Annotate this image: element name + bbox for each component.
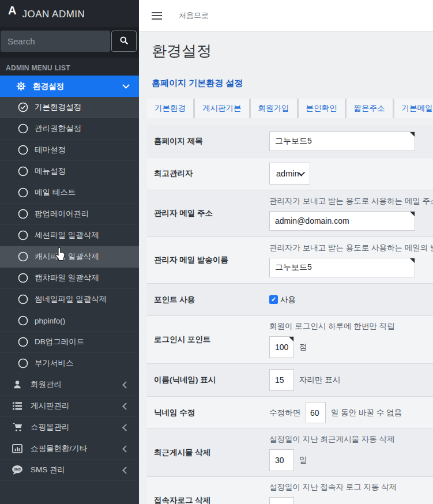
sidebar-subitem[interactable]: 관리권한설정 xyxy=(0,118,139,140)
field-label: 포인트 사용 xyxy=(147,284,269,315)
cart-icon xyxy=(12,422,23,432)
hamburger-icon[interactable] xyxy=(152,12,162,20)
sidebar-item[interactable]: 게시판관리 xyxy=(0,396,139,417)
sidebar-main-menu: 회원관리게시판관리쇼핑몰관리쇼핑몰현황/기타SMSSMS 관리 xyxy=(0,374,139,481)
sidebar-subitem-label: 부가서비스 xyxy=(35,358,74,368)
sidebar-item[interactable]: 쇼핑몰관리 xyxy=(0,417,139,438)
circle-icon xyxy=(18,209,28,219)
admin-email-name-row: 관리자 메일 발송이름관리자가 보내고 받는 용도로 사용하는 메일의 발송이름 xyxy=(147,237,433,284)
name-display-row: 이름(닉네임) 표시자리만 표시 xyxy=(147,364,433,397)
circle-icon xyxy=(18,145,28,155)
circle-icon xyxy=(18,123,28,134)
field-label: 최고관리자 xyxy=(147,157,269,190)
chevron-left-icon xyxy=(122,403,130,410)
tab-2[interactable]: 게시판기본 xyxy=(195,99,249,118)
search-button[interactable] xyxy=(111,31,137,52)
sidebar-subitem[interactable]: 기본환경설정 xyxy=(0,97,139,118)
sidebar-subitem-label: 기본환경설정 xyxy=(35,102,81,112)
circle-icon xyxy=(18,294,28,304)
gear-icon xyxy=(16,81,26,91)
tab-1[interactable]: 기본환경 xyxy=(147,99,193,118)
admin-email-input[interactable] xyxy=(269,211,415,231)
menu-section-label: ADMIN MENU LIST xyxy=(0,58,139,76)
sidebar-subitem-label: phpinfo() xyxy=(35,317,65,325)
circle-icon xyxy=(18,251,28,262)
chevron-left-icon xyxy=(122,424,130,431)
tab-3[interactable]: 회원가입 xyxy=(251,99,297,118)
sidebar-subitem[interactable]: DB업그레이드 xyxy=(0,332,139,353)
field-description: 관리자가 보내고 받는 용도로 사용하는 메일의 발송이름 xyxy=(269,243,433,253)
recent-post-delete-input[interactable] xyxy=(269,449,294,471)
sidebar-subitem-label: 캡챠파일 일괄삭제 xyxy=(35,273,99,283)
app-logo[interactable]: A JOAN ADMIN xyxy=(0,0,139,27)
sidebar-subitem-label: 관리권한설정 xyxy=(35,123,81,134)
page-body: 환경설정 홈페이지 기본환경 설정 기본환경게시판기본회원가입본인확인짧은주소기… xyxy=(139,32,433,504)
sidebar-subitem-label: 팝업레이어관리 xyxy=(35,209,89,219)
login-point-row: 로그인시 포인트회원이 로그인시 하루에 한번만 적립점 xyxy=(147,316,433,364)
field-label: 로그인시 포인트 xyxy=(147,316,269,363)
sidebar-subitem[interactable]: 썸네일파일 일괄삭제 xyxy=(0,289,139,310)
sidebar-subitem[interactable]: 메일 테스트 xyxy=(0,182,139,204)
nick-modify-input[interactable] xyxy=(306,402,326,423)
super-admin-select[interactable]: admin xyxy=(269,163,310,185)
admin-email-row: 관리자 메일 주소관리자가 보내고 받는 용도로 사용하는 메일 주소를 입력합… xyxy=(147,190,433,237)
sidebar-subitem[interactable]: 부가서비스 xyxy=(0,353,139,374)
check-circle-icon xyxy=(18,102,28,112)
tab-4[interactable]: 본인확인 xyxy=(299,99,345,118)
sidebar-submenu: 기본환경설정관리권한설정테마설정메뉴설정메일 테스트팝업레이어관리세션파일 일괄… xyxy=(0,97,139,374)
field-label: 관리자 메일 발송이름 xyxy=(147,237,269,283)
sidebar-subitem-label: 세션파일 일괄삭제 xyxy=(35,230,99,240)
topbar: 처음으로 xyxy=(139,0,433,32)
use-point-checkbox[interactable] xyxy=(269,295,278,304)
field-suffix: 점 xyxy=(299,342,307,352)
circle-icon xyxy=(18,187,28,198)
search-icon xyxy=(119,36,129,47)
bar-chart-icon xyxy=(12,444,23,453)
section-title: 홈페이지 기본환경 설정 xyxy=(152,77,433,89)
sidebar-subitem[interactable]: 캡챠파일 일괄삭제 xyxy=(0,268,139,289)
circle-icon xyxy=(18,166,28,176)
logo-letter: A xyxy=(8,5,16,16)
visitor-log-delete-row: 접속자로그 삭제설정일이 지난 접속자 로그 자동 삭제일 xyxy=(147,477,433,504)
chevron-down-icon xyxy=(122,81,130,89)
login-point-input[interactable] xyxy=(269,336,294,358)
sidebar-item-label: 환경설정 xyxy=(33,81,64,92)
field-label: 홈페이지 제목 xyxy=(147,125,269,157)
sidebar-item-config[interactable]: 환경설정 xyxy=(0,76,139,97)
field-description: 관리자가 보내고 받는 용도로 사용하는 메일 주소를 입력합니다 xyxy=(269,196,433,206)
circle-icon xyxy=(18,315,28,326)
user-icon xyxy=(12,379,23,390)
sidebar-subitem-label: 캐시파일 일괄삭제 xyxy=(35,251,99,262)
sidebar-subitem[interactable]: phpinfo() xyxy=(0,310,139,332)
sidebar-subitem[interactable]: 메뉴설정 xyxy=(0,161,139,182)
sidebar-subitem[interactable]: 캐시파일 일괄삭제 xyxy=(0,246,139,268)
field-label: 접속자로그 삭제 xyxy=(147,477,269,504)
chevron-left-icon xyxy=(122,381,130,389)
visitor-log-delete-input[interactable] xyxy=(269,497,294,504)
sidebar-subitem-label: DB업그레이드 xyxy=(35,337,84,347)
home-link[interactable]: 처음으로 xyxy=(179,10,209,21)
field-label: 최근게시물 삭제 xyxy=(147,429,269,476)
sidebar-item-label: 쇼핑몰현황/기타 xyxy=(31,443,87,454)
field-suffix: 일 xyxy=(299,455,307,465)
sidebar-subitem[interactable]: 테마설정 xyxy=(0,140,139,161)
sidebar-subitem-label: 메일 테스트 xyxy=(35,187,76,198)
use-point-row: 포인트 사용사용 xyxy=(147,284,433,316)
admin-email-name-input[interactable] xyxy=(269,258,415,277)
tab-bar: 기본환경게시판기본회원가입본인확인짧은주소기본메일환경글작성메일 xyxy=(147,99,433,118)
field-label: 닉네임 수정 xyxy=(147,397,269,428)
field-prefix: 수정하면 xyxy=(269,408,300,418)
sidebar-subitem[interactable]: 팝업레이어관리 xyxy=(0,204,139,225)
tab-6[interactable]: 기본메일환경 xyxy=(394,99,433,118)
sidebar-item[interactable]: SMSSMS 관리 xyxy=(0,460,139,481)
field-label: 이름(닉네임) 표시 xyxy=(147,364,269,396)
search-input[interactable] xyxy=(1,31,110,52)
tab-5[interactable]: 짧은주소 xyxy=(347,99,393,118)
field-description: 설정일이 지난 접속자 로그 자동 삭제 xyxy=(269,482,433,492)
sidebar-item[interactable]: 쇼핑몰현황/기타 xyxy=(0,438,139,460)
chevron-left-icon xyxy=(122,467,130,474)
name-display-input[interactable] xyxy=(269,369,294,391)
sidebar-item[interactable]: 회원관리 xyxy=(0,374,139,396)
sidebar-subitem[interactable]: 세션파일 일괄삭제 xyxy=(0,225,139,246)
homepage-title-input[interactable] xyxy=(269,131,415,151)
